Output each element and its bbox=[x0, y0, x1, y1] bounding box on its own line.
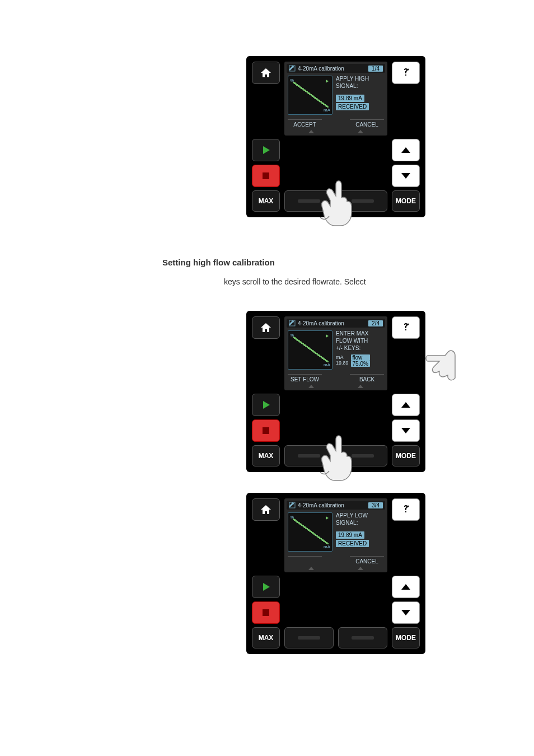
svg-rect-8 bbox=[263, 609, 269, 616]
max-button[interactable]: MAX bbox=[252, 445, 280, 466]
wrench-icon bbox=[289, 65, 296, 72]
up-button[interactable] bbox=[392, 139, 420, 161]
instruction-line: SIGNAL: bbox=[336, 83, 384, 89]
lcd-screen: 4-20mA calibration 3/4 % mA APPLY LOW SI… bbox=[284, 498, 387, 572]
x-axis-label: mA bbox=[324, 108, 330, 113]
col-header: flow bbox=[351, 354, 370, 361]
received-label: RECEIVED bbox=[336, 540, 369, 547]
stop-button[interactable] bbox=[252, 165, 280, 187]
mode-button[interactable]: MODE bbox=[392, 627, 420, 648]
instruction-line: FLOW WITH bbox=[336, 338, 384, 344]
max-button[interactable]: MAX bbox=[252, 627, 280, 648]
down-button[interactable] bbox=[392, 419, 420, 442]
svg-rect-2 bbox=[263, 172, 269, 179]
wrench-icon bbox=[289, 320, 296, 326]
received-label: RECEIVED bbox=[336, 103, 369, 110]
step-indicator: 2/4 bbox=[368, 320, 383, 326]
lcd-screen: 4-20mA calibration 1/4 % mA APPLY HIGH S… bbox=[284, 62, 387, 136]
play-button[interactable] bbox=[252, 394, 280, 416]
device-panel-2: 4-20mA calibration 2/4 % mA ENTER MAX FL… bbox=[246, 311, 425, 472]
step-indicator: 3/4 bbox=[368, 502, 383, 508]
soft-left-button[interactable] bbox=[284, 627, 334, 648]
col-value: 19.89 bbox=[336, 360, 349, 366]
softkey-cancel: CANCEL bbox=[350, 556, 384, 566]
play-button[interactable] bbox=[252, 576, 280, 598]
up-button[interactable] bbox=[392, 576, 420, 598]
softkey-accept: ACCEPT bbox=[288, 119, 322, 129]
calibration-graph: % mA bbox=[288, 76, 332, 115]
step-indicator: 1/4 bbox=[368, 66, 383, 72]
instruction-line: +/- KEYS: bbox=[336, 345, 384, 351]
up-button[interactable] bbox=[392, 394, 420, 416]
info-button[interactable] bbox=[392, 62, 420, 84]
calibration-graph: % mA bbox=[288, 330, 332, 370]
home-button[interactable] bbox=[252, 62, 280, 84]
svg-point-1 bbox=[407, 69, 409, 71]
instruction-line: SIGNAL: bbox=[336, 520, 384, 526]
section-heading: Setting high flow calibration bbox=[162, 258, 489, 267]
col-header: mA bbox=[336, 354, 349, 360]
info-button[interactable] bbox=[392, 316, 420, 339]
softkey-left bbox=[288, 556, 322, 566]
screen-title: 4-20mA calibration bbox=[298, 320, 366, 326]
svg-rect-5 bbox=[263, 427, 269, 434]
info-button[interactable] bbox=[392, 498, 420, 521]
instruction-line: ENTER MAX bbox=[336, 330, 384, 337]
instruction-line: APPLY HIGH bbox=[336, 76, 384, 82]
hand-pointer-right-icon bbox=[423, 344, 456, 395]
signal-value: 19.89 mA bbox=[336, 531, 364, 539]
device-panel-3: 4-20mA calibration 3/4 % mA APPLY LOW SI… bbox=[246, 493, 425, 654]
hand-pointer-icon bbox=[319, 433, 358, 483]
x-axis-label: mA bbox=[324, 544, 330, 549]
mode-button[interactable]: MODE bbox=[392, 190, 420, 212]
softkey-setflow: SET FLOW bbox=[288, 374, 322, 384]
home-button[interactable] bbox=[252, 316, 280, 339]
mode-button[interactable]: MODE bbox=[392, 445, 420, 466]
screen-title: 4-20mA calibration bbox=[298, 502, 366, 508]
home-button[interactable] bbox=[252, 498, 280, 521]
stop-button[interactable] bbox=[252, 419, 280, 442]
lcd-screen: 4-20mA calibration 2/4 % mA ENTER MAX FL… bbox=[284, 316, 387, 390]
play-button[interactable] bbox=[252, 139, 280, 161]
col-value: 75.0% bbox=[351, 361, 370, 367]
svg-point-7 bbox=[407, 506, 409, 507]
hand-pointer-icon bbox=[319, 178, 358, 228]
svg-point-4 bbox=[407, 324, 409, 325]
signal-value: 19.89 mA bbox=[336, 95, 364, 102]
softkey-back: BACK bbox=[350, 374, 384, 384]
screen-title: 4-20mA calibration bbox=[298, 66, 366, 72]
max-button[interactable]: MAX bbox=[252, 190, 280, 212]
down-button[interactable] bbox=[392, 165, 420, 187]
stop-button[interactable] bbox=[252, 601, 280, 624]
x-axis-label: mA bbox=[324, 362, 330, 367]
instruction-text: keys scroll to the desired flowrate. Sel… bbox=[224, 277, 489, 286]
softkey-cancel: CANCEL bbox=[350, 119, 384, 129]
wrench-icon bbox=[289, 502, 296, 508]
instruction-line: APPLY LOW bbox=[336, 512, 384, 519]
calibration-graph: % mA bbox=[288, 512, 332, 552]
soft-right-button[interactable] bbox=[338, 627, 387, 648]
device-panel-1: 4-20mA calibration 1/4 % mA APPLY HIGH S… bbox=[246, 56, 425, 217]
down-button[interactable] bbox=[392, 601, 420, 624]
